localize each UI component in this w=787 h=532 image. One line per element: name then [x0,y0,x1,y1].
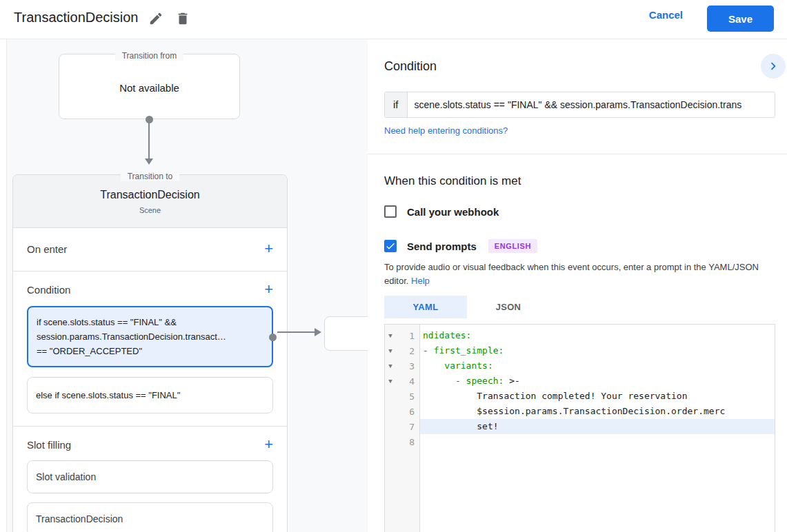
yaml-key: variants: [423,360,493,371]
panel-title: Condition [384,59,437,74]
editor-gutter: ▼ 1 ▼ 2 ▼ 3 ▼ 4 5 [385,325,420,532]
slot-item[interactable]: TransactionDecision [27,502,273,532]
connector-line-horizontal [277,331,316,333]
add-condition-button[interactable]: + [264,283,273,296]
gutter-row: ▼ 3 [385,358,419,374]
code-line: ndidates: [420,328,775,343]
flow-canvas[interactable]: Transition from Not available Transition… [0,39,368,532]
code-line: variants: [420,358,775,374]
check-icon [385,241,396,252]
yaml-text: $session.params.TransactionDecision.orde… [423,406,725,416]
collapse-panel-button[interactable] [761,54,786,79]
condition-item-selected[interactable]: if scene.slots.status == "FINAL" && sess… [27,306,273,367]
add-slot-button[interactable]: + [264,438,273,451]
fold-arrow-icon[interactable]: ▼ [385,362,396,369]
condition-item[interactable]: else if scene.slots.status == "FINAL" [27,377,273,413]
arrow-right-icon [315,328,321,336]
slot-item[interactable]: Slot validation [27,460,273,493]
section-on-enter: On enter + [13,228,287,272]
condition-text-line: == "ORDER_ACCEPTED" [37,344,263,358]
gutter-row: 6 [385,404,419,419]
app-header: TransactionDecision Cancel Save [0,0,787,39]
send-prompts-checkbox-row: Send prompts ENGLISH [384,239,537,253]
yaml-key: - speech: [423,376,504,386]
gutter-row: 7 [385,419,419,434]
yaml-key: ndidates: [423,330,471,340]
fold-arrow-icon[interactable]: ▼ [385,332,396,339]
code-line: Transaction completed! Your reservation [420,389,775,404]
yaml-key: - first_simple: [423,345,504,356]
line-number: 1 [396,331,419,341]
code-line: - first_simple: [420,343,775,358]
on-enter-label: On enter [27,243,67,255]
add-on-enter-button[interactable]: + [264,242,273,256]
line-number: 6 [396,407,419,417]
line-number: 3 [396,361,419,371]
line-number: 5 [396,391,419,402]
gutter-row: ▼ 2 [385,343,419,358]
code-line: $session.params.TransactionDecision.orde… [420,404,775,419]
editor-tabs: YAML JSON [384,296,550,318]
code-line: - speech: >- [420,374,775,389]
slot-item-label: TransactionDecision [36,513,123,524]
yaml-text: set! [423,421,499,431]
gutter-row: 8 [385,434,419,449]
slot-item-label: Slot validation [36,471,96,482]
condition-expression-row: if [384,92,775,118]
scene-title: TransactionDecision [13,189,287,201]
help-link[interactable]: Help [411,276,430,286]
scene-card-header[interactable]: TransactionDecision Scene [13,175,287,228]
condition-detail-panel: Condition if Need help entering conditio… [368,39,787,532]
yaml-text: >- [504,376,519,386]
page-title: TransactionDecision [14,10,138,25]
panel-divider [368,154,787,154]
tab-json[interactable]: JSON [467,296,550,318]
condition-text-line: session.params.TransactionDecision.trans… [37,329,263,344]
send-prompts-label: Send prompts [407,241,477,252]
if-prefix-label: if [385,92,408,117]
condition-label: Condition [27,284,70,296]
tab-yaml[interactable]: YAML [384,296,467,318]
condition-text-line: else if scene.slots.status == "FINAL" [36,388,264,402]
delete-icon[interactable] [175,11,190,26]
editor-code-area[interactable]: ndidates: - first_simple: variants: - sp… [420,325,775,532]
left-edge-strip [0,39,7,532]
send-prompts-checkbox[interactable] [384,240,397,252]
language-badge: ENGLISH [488,239,537,253]
webhook-checkbox-row: Call your webhook [384,205,499,218]
webhook-checkbox[interactable] [384,205,397,218]
yaml-text: Transaction completed! Your reservation [423,391,688,401]
gutter-row: 5 [385,389,419,404]
connector-line-vertical [148,122,150,159]
code-line-active: set! [420,419,775,434]
section-condition: Condition + if scene.slots.status == "FI… [13,272,287,427]
line-number: 2 [396,346,419,356]
prompt-hint-text: To provide audio or visual feedback when… [384,260,779,288]
transition-from-box: Transition from Not available [59,54,240,119]
condition-help-link[interactable]: Need help entering conditions? [384,125,508,136]
fold-arrow-icon[interactable]: ▼ [385,378,396,385]
scene-type-label: Scene [13,206,287,214]
webhook-label: Call your webhook [407,206,499,218]
prompt-hint-body: To provide audio or visual feedback when… [384,262,759,286]
section-slot-filling: Slot filling + Slot validation Transacti… [13,427,287,532]
save-button[interactable]: Save [707,6,774,32]
line-number: 4 [396,376,419,387]
chevron-right-icon [766,59,781,74]
fold-arrow-icon[interactable]: ▼ [385,347,396,354]
cancel-button[interactable]: Cancel [649,9,683,21]
gutter-row: ▼ 1 [385,328,419,343]
slot-filling-label: Slot filling [27,439,71,451]
main-area: Transition from Not available Transition… [0,39,787,532]
yaml-code-editor[interactable]: ▼ 1 ▼ 2 ▼ 3 ▼ 4 5 [384,324,775,532]
transition-from-legend: Transition from [59,49,239,61]
arrow-down-icon [145,158,153,165]
when-met-title: When this condition is met [384,174,521,188]
code-line [420,434,775,449]
line-number: 8 [396,437,419,447]
condition-expression-input[interactable] [408,92,775,117]
connector-dot [269,334,277,341]
transition-from-value: Not available [59,82,239,94]
edit-icon[interactable] [148,11,163,26]
scene-card: Transition to TransactionDecision Scene … [12,174,288,532]
